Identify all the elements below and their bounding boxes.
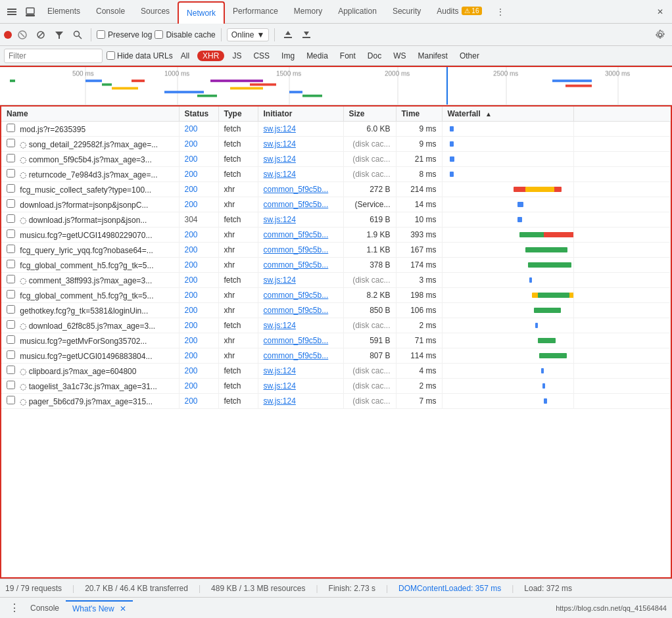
cell-initiator[interactable]: sw.js:124 <box>258 152 343 167</box>
filter-type-img[interactable]: Img <box>277 50 299 62</box>
row-checkbox[interactable] <box>7 214 15 223</box>
cell-initiator[interactable]: common_5f9c5b... <box>258 348 343 364</box>
cell-initiator[interactable]: sw.js:124 <box>258 137 343 152</box>
cell-initiator[interactable]: common_5f9c5b... <box>258 288 343 303</box>
table-row[interactable]: ◌ download.js?format=jsonp&json... 304 f… <box>1 212 671 227</box>
cell-initiator[interactable]: common_5f9c5b... <box>258 258 343 273</box>
filter-type-media[interactable]: Media <box>302 50 332 62</box>
col-header-type[interactable]: Type <box>218 107 258 122</box>
filter-input[interactable] <box>4 49 103 63</box>
cell-initiator[interactable]: sw.js:124 <box>258 318 343 333</box>
table-row[interactable]: ◌ song_detail_229582f.js?max_age=... 200… <box>1 137 671 152</box>
filter-type-js[interactable]: JS <box>228 50 245 62</box>
table-row[interactable]: ◌ comment_38ff993.js?max_age=3... 200 fe… <box>1 273 671 288</box>
cell-initiator[interactable]: sw.js:124 <box>258 273 343 288</box>
filter-type-manifest[interactable]: Manifest <box>414 50 452 62</box>
tab-memory[interactable]: Memory <box>286 0 330 24</box>
tab-network[interactable]: Network <box>178 1 225 24</box>
table-row[interactable]: ◌ download_62f8c85.js?max_age=3... 200 f… <box>1 318 671 333</box>
clear-button[interactable] <box>33 27 49 43</box>
preserve-log-checkbox[interactable]: Preserve log <box>97 30 152 39</box>
bottom-tab-whats-new[interactable]: What's New ✕ <box>66 600 133 616</box>
bottom-tab-console[interactable]: Console <box>24 601 66 615</box>
row-checkbox[interactable] <box>7 199 15 208</box>
row-checkbox[interactable] <box>7 245 15 253</box>
cell-initiator[interactable]: common_5f9c5b... <box>258 333 343 348</box>
table-row[interactable]: ◌ clipboard.js?max_age=604800 200 fetch … <box>1 364 671 379</box>
devtools-menu-icon[interactable] <box>3 3 21 21</box>
search-icon[interactable] <box>70 27 85 43</box>
filter-type-css[interactable]: CSS <box>249 50 274 62</box>
filter-type-xhr[interactable]: XHR <box>197 51 224 61</box>
bottom-menu-icon[interactable]: ⋮ <box>5 599 24 617</box>
devtools-dock-icon[interactable] <box>21 3 39 21</box>
row-checkbox[interactable] <box>7 335 15 344</box>
filter-type-doc[interactable]: Doc <box>364 50 385 62</box>
hide-data-urls-checkbox[interactable]: Hide data URLs <box>107 51 173 60</box>
tab-console[interactable]: Console <box>88 0 133 24</box>
filter-type-all[interactable]: All <box>177 50 193 62</box>
table-row[interactable]: fcg_global_comment_h5.fcg?g_tk=5... 200 … <box>1 288 671 303</box>
filter-type-ws[interactable]: WS <box>389 50 410 62</box>
cell-initiator[interactable]: sw.js:124 <box>258 379 343 394</box>
tab-audits[interactable]: Audits ⚠ 16 <box>429 0 489 24</box>
more-tabs-icon[interactable]: ⋮ <box>491 3 510 21</box>
col-header-waterfall[interactable]: Waterfall ▲ <box>442 107 573 122</box>
close-devtools-button[interactable]: ✕ <box>651 3 669 21</box>
table-row[interactable]: fcg_query_lyric_yqq.fcg?nobase64=... 200… <box>1 243 671 258</box>
filter-type-font[interactable]: Font <box>336 50 360 62</box>
row-checkbox[interactable] <box>7 184 15 193</box>
cell-initiator[interactable]: sw.js:124 <box>258 122 343 137</box>
col-header-size[interactable]: Size <box>343 107 396 122</box>
row-checkbox[interactable] <box>7 169 15 178</box>
table-row[interactable]: fcg_global_comment_h5.fcg?g_tk=5... 200 … <box>1 258 671 273</box>
cell-initiator[interactable]: sw.js:124 <box>258 212 343 227</box>
table-row[interactable]: musicu.fcg?=getMvForSong35702... 200 xhr… <box>1 333 671 348</box>
table-row[interactable]: ◌ returncode_7e984d3.js?max_age=... 200 … <box>1 167 671 182</box>
cell-initiator[interactable]: common_5f9c5b... <box>258 243 343 258</box>
table-row[interactable]: musicu.fcg?=getUCGI01496883804... 200 xh… <box>1 348 671 364</box>
row-checkbox[interactable] <box>7 260 15 268</box>
row-checkbox[interactable] <box>7 381 15 389</box>
row-checkbox[interactable] <box>7 229 15 238</box>
col-header-name[interactable]: Name <box>1 107 179 122</box>
col-header-initiator[interactable]: Initiator <box>258 107 343 122</box>
cell-initiator[interactable]: sw.js:124 <box>258 167 343 182</box>
record-button[interactable] <box>4 31 12 39</box>
row-checkbox[interactable] <box>7 124 15 132</box>
table-row[interactable]: ◌ common_5f9c5b4.js?max_age=3... 200 fet… <box>1 152 671 167</box>
col-header-time[interactable]: Time <box>396 107 442 122</box>
cell-initiator[interactable]: common_5f9c5b... <box>258 303 343 318</box>
table-row[interactable]: mod.js?r=2635395 200 fetch sw.js:124 6.0… <box>1 122 671 137</box>
settings-icon[interactable] <box>652 27 668 43</box>
row-checkbox[interactable] <box>7 366 15 374</box>
tab-security[interactable]: Security <box>385 0 429 24</box>
row-checkbox[interactable] <box>7 320 15 329</box>
table-row[interactable]: fcg_music_collect_safety?type=100... 200… <box>1 182 671 197</box>
network-throttle-select[interactable]: Online ▼ <box>227 28 270 41</box>
disable-cache-checkbox[interactable]: Disable cache <box>155 30 215 39</box>
row-checkbox[interactable] <box>7 350 15 359</box>
table-row[interactable]: musicu.fcg?=getUCGI14980229070... 200 xh… <box>1 227 671 243</box>
table-row[interactable]: gethotkey.fcg?g_tk=5381&loginUin... 200 … <box>1 303 671 318</box>
row-checkbox[interactable] <box>7 290 15 298</box>
cell-initiator[interactable]: common_5f9c5b... <box>258 227 343 243</box>
row-checkbox[interactable] <box>7 154 15 162</box>
row-checkbox[interactable] <box>7 305 15 314</box>
filter-icon[interactable] <box>51 27 67 43</box>
cell-initiator[interactable]: sw.js:124 <box>258 394 343 409</box>
tab-elements[interactable]: Elements <box>39 0 88 24</box>
import-icon[interactable] <box>280 27 296 43</box>
close-whats-new-button[interactable]: ✕ <box>120 604 126 613</box>
cell-initiator[interactable]: sw.js:124 <box>258 364 343 379</box>
tab-sources[interactable]: Sources <box>133 0 178 24</box>
table-row[interactable]: download.js?format=jsonp&jsonpC... 200 x… <box>1 197 671 212</box>
row-checkbox[interactable] <box>7 139 15 147</box>
tab-performance[interactable]: Performance <box>225 0 286 24</box>
stop-button[interactable] <box>14 27 30 43</box>
col-header-status[interactable]: Status <box>179 107 218 122</box>
cell-initiator[interactable]: common_5f9c5b... <box>258 197 343 212</box>
export-icon[interactable] <box>299 27 314 43</box>
row-checkbox[interactable] <box>7 396 15 404</box>
tab-application[interactable]: Application <box>330 0 385 24</box>
